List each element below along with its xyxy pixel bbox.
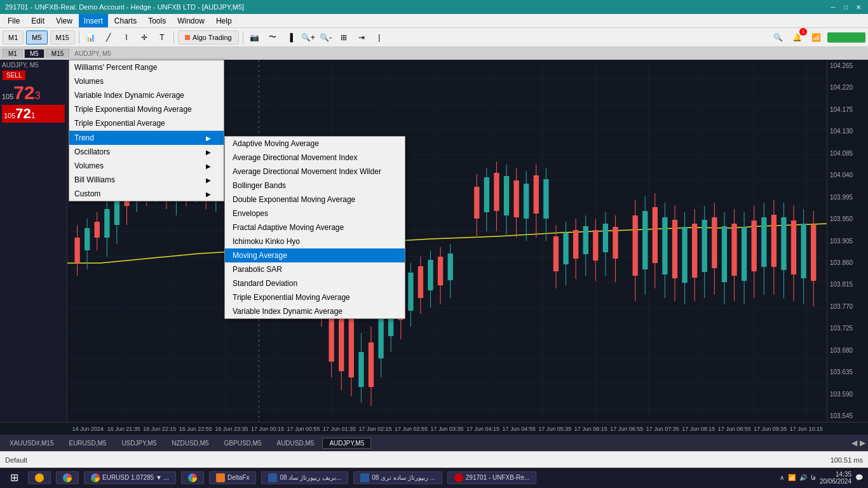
submenu-admiw[interactable]: Average Directional Movement Index Wilde… [225, 165, 405, 179]
tray-up-arrow[interactable]: ∧ [780, 474, 784, 481]
menu-tools[interactable]: Tools [143, 14, 171, 27]
svg-rect-87 [369, 342, 374, 387]
menu-vida[interactable]: Variable Index Dynamic Average [69, 88, 224, 102]
chart-mini-tab-m5[interactable]: M5 [24, 49, 44, 58]
price-dup-prefix: 105 [4, 112, 15, 119]
maximize-btn[interactable]: □ [841, 3, 850, 11]
submenu-frama[interactable]: Fractal Adaptive Moving Average [225, 220, 405, 234]
taskbar-word-1[interactable]: 08 بریف ریپورتاژ ساد... [261, 471, 348, 484]
svg-rect-149 [702, 220, 707, 272]
taskbar-alpari[interactable]: 291701 - UNFXB-Re... [447, 471, 537, 484]
word1-label: 08 بریف ریپورتاژ ساد... [280, 474, 341, 481]
eurusd-label: EURUSD 1.07285 ▼ ... [102, 474, 169, 481]
price-level: 103.680 [830, 347, 865, 354]
tab-nzdusd[interactable]: NZDUSD,M5 [165, 438, 215, 449]
cross-icon[interactable]: ✛ [137, 30, 152, 44]
svg-rect-31 [74, 238, 79, 263]
menu-williams-percent[interactable]: Williams' Percent Range [69, 60, 224, 74]
menu-help[interactable]: Help [211, 14, 237, 27]
menu-oscillators[interactable]: Oscillators ▶ [69, 145, 224, 159]
submenu-ma[interactable]: Moving Average [225, 248, 405, 262]
search-icon[interactable]: 🔍 [770, 30, 785, 44]
grid-icon[interactable]: ⊞ [336, 30, 351, 44]
auto-scroll-icon[interactable]: ⇥ [354, 30, 369, 44]
menu-bill-williams[interactable]: Bill Williams ▶ [69, 173, 224, 187]
screenshot-icon[interactable]: 📷 [247, 30, 262, 44]
menu-volumes[interactable]: Volumes [69, 74, 224, 88]
taskbar-deltafx[interactable]: DeltaFx [209, 471, 256, 484]
title-text: 291701 - UNFXB-Real: Demo Account - Hedg… [5, 3, 244, 11]
menu-volumes2[interactable]: Volumes ▶ [69, 159, 224, 173]
timeframe-m5[interactable]: M5 [26, 30, 47, 44]
timeframe-m15[interactable]: M15 [50, 30, 75, 44]
submenu-vida2[interactable]: Variable Index Dynamic Average [225, 304, 405, 318]
main-container: AUDJPY, M5 SELL 105 72 3 105 72 1 [0, 60, 868, 422]
minimize-btn[interactable]: ─ [829, 3, 837, 11]
submenu-parabolic[interactable]: Parabolic SAR [225, 262, 405, 276]
submenu-bollinger[interactable]: Bollinger Bands [225, 179, 405, 193]
scroll-right-btn[interactable]: ▶ [860, 438, 865, 447]
svg-rect-169 [801, 224, 806, 278]
svg-rect-103 [448, 254, 453, 280]
chart-mini-tab-m15[interactable]: M15 [46, 49, 69, 58]
signal-icon[interactable]: 📶 [808, 30, 824, 44]
zoom-in-icon[interactable]: 🔍+ [301, 30, 316, 44]
taskbar-chrome-2[interactable] [181, 471, 204, 484]
taskbar-word-2[interactable]: 08 ریپورتاژ ساده تری ... [353, 471, 442, 484]
period-sep-icon[interactable]: | [372, 30, 387, 44]
submenu-tema2[interactable]: Triple Exponential Moving Average [225, 290, 405, 304]
tab-audjpy[interactable]: AUDJPY,M5 [322, 438, 371, 449]
tab-xauusd[interactable]: XAUUSD#,M15 [3, 438, 60, 449]
tab-gbpusd[interactable]: GBPUSD,M5 [217, 438, 269, 449]
menu-window[interactable]: Window [172, 14, 210, 27]
menu-trend[interactable]: Trend ▶ [69, 131, 224, 145]
submenu-envelopes[interactable]: Envelopes [225, 207, 405, 220]
menu-insert[interactable]: Insert [79, 14, 108, 27]
submenu-admi[interactable]: Average Directional Movement Index [225, 151, 405, 165]
taskbar-eurusd[interactable]: EURUSD 1.07285 ▼ ... [84, 471, 176, 484]
new-chart-icon[interactable]: 📊 [83, 30, 98, 44]
waveform-icon[interactable]: 〜 [265, 30, 280, 44]
menu-custom[interactable]: Custom ▶ [69, 187, 224, 201]
submenu-ichimoku[interactable]: Ichimoku Kinko Hyo [225, 234, 405, 248]
trend-submenu: Adaptive Moving Average Average Directio… [224, 136, 405, 319]
close-btn[interactable]: ✕ [854, 3, 863, 11]
time-label-8: 17 Jun 02:15 [357, 426, 393, 432]
submenu-adaptive-ma[interactable]: Adaptive Moving Average [225, 137, 405, 151]
clock-area[interactable]: 14:35 20/06/2024 [820, 471, 851, 485]
menu-view[interactable]: View [51, 14, 78, 27]
bar-chart-icon[interactable]: ▐ [283, 30, 298, 44]
line-icon[interactable]: ╱ [101, 30, 116, 44]
menu-charts[interactable]: Charts [109, 14, 142, 27]
svg-rect-159 [752, 220, 757, 271]
algo-trading-btn[interactable]: Algo Trading [178, 30, 239, 44]
svg-rect-131 [603, 224, 608, 252]
taskbar-chrome-1[interactable] [56, 471, 79, 484]
sell-button[interactable]: SELL [3, 71, 25, 80]
chart-mini-tab-m1[interactable]: M1 [3, 49, 23, 58]
taskbar-explorer[interactable] [28, 471, 51, 484]
word-icon-2 [360, 473, 369, 482]
zoom-out-icon[interactable]: 🔍- [318, 30, 334, 44]
clock-time: 14:35 [820, 471, 851, 478]
hline-icon[interactable]: ⌇ [119, 30, 134, 44]
menu-tema[interactable]: Triple Exponential Moving Average [69, 102, 224, 116]
chrome-icon-2 [188, 473, 197, 482]
scroll-left-btn[interactable]: ◀ [851, 438, 857, 447]
text-icon[interactable]: T [154, 30, 170, 44]
price-dup-main: 72 [15, 105, 31, 122]
timeframe-m1[interactable]: M1 [3, 30, 24, 44]
tab-eurusd[interactable]: EURUSD,M5 [62, 438, 113, 449]
deltafx-icon [216, 473, 225, 482]
windows-start-btn[interactable]: ⊞ [5, 469, 23, 487]
notification-center[interactable]: 💬 [855, 474, 863, 481]
menu-file[interactable]: File [3, 14, 25, 27]
menu-triple-exp[interactable]: Triple Exponential Average [69, 116, 224, 130]
price-level: 103.770 [830, 303, 865, 310]
tab-usdjpy[interactable]: USDJPY,M5 [114, 438, 163, 449]
submenu-std-dev[interactable]: Standard Deviation [225, 276, 405, 290]
tab-audusd[interactable]: AUDUSD,M5 [269, 438, 321, 449]
svg-rect-145 [682, 227, 687, 283]
submenu-dema[interactable]: Double Exponential Moving Average [225, 193, 405, 207]
menu-edit[interactable]: Edit [26, 14, 50, 27]
